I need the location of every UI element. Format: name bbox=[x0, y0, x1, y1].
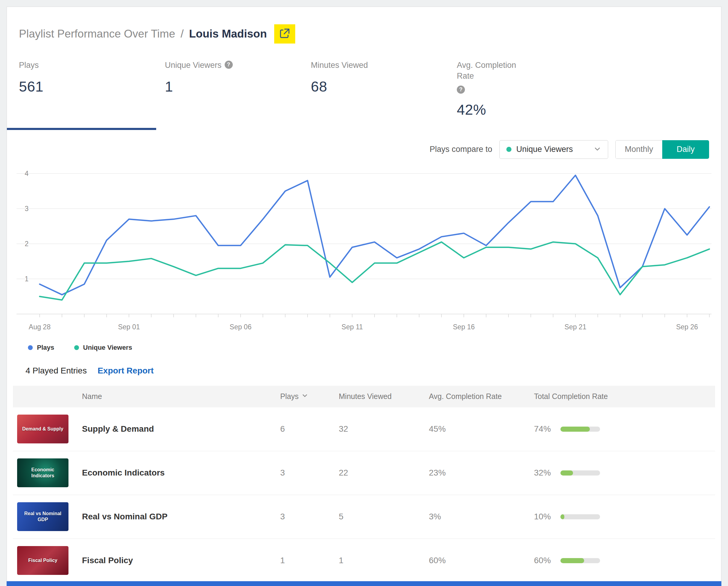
entry-minutes: 32 bbox=[339, 424, 429, 434]
entry-plays: 3 bbox=[280, 468, 339, 478]
svg-text:Sep 21: Sep 21 bbox=[565, 323, 587, 331]
entry-total-completion: 32% bbox=[534, 468, 551, 478]
table-row[interactable]: Demand & Supply Supply & Demand 6 32 45%… bbox=[13, 407, 715, 451]
tab-plays[interactable]: Plays 561 bbox=[19, 60, 165, 118]
metric-label: Unique Viewers bbox=[165, 60, 222, 71]
metric-tabs: Plays 561 Unique Viewers ? 1 Minutes Vie… bbox=[7, 60, 721, 130]
breadcrumb-separator: / bbox=[181, 28, 183, 40]
entry-total-completion: 74% bbox=[534, 424, 551, 434]
chevron-down-icon bbox=[594, 145, 601, 154]
completion-progress-fill bbox=[561, 427, 590, 432]
table-header-row: Name Plays Minutes Viewed Avg. Completio… bbox=[13, 386, 715, 407]
completion-progress-bar bbox=[561, 558, 600, 563]
metric-label: Avg. Completion Rate bbox=[457, 60, 535, 82]
page-header: Playlist Performance Over Time / Louis M… bbox=[7, 7, 721, 44]
help-icon[interactable]: ? bbox=[225, 61, 233, 69]
compare-metric-select[interactable]: Unique Viewers bbox=[499, 140, 608, 159]
entry-avg-completion: 45% bbox=[429, 424, 534, 434]
entry-name[interactable]: Fiscal Policy bbox=[73, 556, 280, 565]
entry-total-completion: 60% bbox=[534, 556, 551, 565]
svg-text:Sep 26: Sep 26 bbox=[676, 323, 698, 331]
table-row[interactable]: Real vs Nominal GDP Real vs Nominal GDP … bbox=[13, 495, 715, 539]
sort-desc-icon bbox=[302, 392, 308, 401]
compare-to-label: Plays compare to bbox=[430, 145, 492, 154]
legend-item-unique-viewers: Unique Viewers bbox=[74, 344, 132, 351]
active-tab-indicator bbox=[7, 128, 156, 130]
completion-progress-fill bbox=[561, 514, 564, 520]
chart-controls: Plays compare to Unique Viewers Monthly … bbox=[7, 140, 721, 159]
chart-legend: Plays Unique Viewers bbox=[7, 344, 721, 351]
table-row[interactable]: Fiscal Policy Fiscal Policy 1 1 60% 60% bbox=[13, 539, 715, 583]
legend-item-plays: Plays bbox=[28, 344, 54, 351]
column-header-total-completion[interactable]: Total Completion Rate bbox=[534, 392, 715, 401]
completion-progress-fill bbox=[561, 558, 584, 563]
column-header-minutes-viewed[interactable]: Minutes Viewed bbox=[339, 392, 429, 401]
metric-value-plays: 561 bbox=[19, 78, 165, 95]
entry-thumbnail: Demand & Supply bbox=[17, 415, 69, 444]
daily-toggle-button[interactable]: Daily bbox=[662, 140, 709, 159]
entries-header: 4 Played Entries Export Report bbox=[7, 366, 721, 376]
metric-value-avg-completion: 42% bbox=[457, 102, 603, 118]
svg-text:Sep 11: Sep 11 bbox=[341, 323, 363, 331]
svg-text:Sep 06: Sep 06 bbox=[230, 323, 252, 331]
legend-dot bbox=[28, 345, 33, 350]
metric-label: Minutes Viewed bbox=[311, 60, 368, 71]
svg-text:2: 2 bbox=[25, 240, 28, 248]
entry-avg-completion: 23% bbox=[429, 468, 534, 478]
entry-name[interactable]: Economic Indicators bbox=[73, 468, 280, 478]
legend-label: Unique Viewers bbox=[83, 344, 132, 351]
completion-progress-bar bbox=[561, 514, 600, 520]
entry-plays: 6 bbox=[280, 424, 339, 434]
entry-total-completion: 10% bbox=[534, 512, 551, 522]
tab-minutes-viewed[interactable]: Minutes Viewed 68 bbox=[311, 60, 457, 118]
svg-text:Sep 01: Sep 01 bbox=[118, 323, 140, 331]
external-link-icon bbox=[279, 27, 291, 41]
entries-table: Name Plays Minutes Viewed Avg. Completio… bbox=[7, 386, 721, 583]
played-entries-count: 4 Played Entries bbox=[26, 366, 87, 376]
chart-area: 1234Aug 28Sep 01Sep 06Sep 11Sep 16Sep 21… bbox=[7, 162, 721, 343]
column-header-name[interactable]: Name bbox=[73, 392, 280, 401]
legend-label: Plays bbox=[37, 344, 54, 351]
entry-avg-completion: 60% bbox=[429, 556, 534, 565]
completion-progress-fill bbox=[561, 471, 573, 476]
entry-thumbnail: Economic Indicators bbox=[17, 458, 69, 487]
completion-progress-bar bbox=[561, 471, 600, 476]
entry-thumbnail: Fiscal Policy bbox=[17, 546, 69, 575]
entry-name[interactable]: Real vs Nominal GDP bbox=[73, 512, 280, 522]
svg-text:1: 1 bbox=[25, 275, 28, 283]
svg-text:Aug 28: Aug 28 bbox=[29, 323, 51, 331]
open-entry-button[interactable] bbox=[274, 24, 295, 44]
analytics-card: Playlist Performance Over Time / Louis M… bbox=[7, 7, 721, 586]
page-title: Louis Madison bbox=[189, 28, 267, 40]
help-icon[interactable]: ? bbox=[457, 85, 465, 94]
metric-color-dot bbox=[506, 147, 512, 152]
entry-avg-completion: 3% bbox=[429, 512, 534, 522]
column-header-avg-completion[interactable]: Avg. Completion Rate bbox=[429, 392, 534, 401]
tab-unique-viewers[interactable]: Unique Viewers ? 1 bbox=[165, 60, 311, 118]
svg-text:4: 4 bbox=[25, 169, 28, 178]
monthly-toggle-button[interactable]: Monthly bbox=[615, 140, 662, 159]
column-header-plays[interactable]: Plays bbox=[280, 392, 339, 401]
table-row[interactable]: Economic Indicators Economic Indicators … bbox=[13, 451, 715, 495]
compare-selected-value: Unique Viewers bbox=[516, 145, 589, 154]
metric-label: Plays bbox=[19, 60, 39, 71]
completion-progress-bar bbox=[561, 427, 600, 432]
svg-text:3: 3 bbox=[25, 205, 28, 213]
performance-chart: 1234Aug 28Sep 01Sep 06Sep 11Sep 16Sep 21… bbox=[14, 162, 714, 343]
entry-minutes: 22 bbox=[339, 468, 429, 478]
export-report-link[interactable]: Export Report bbox=[98, 366, 154, 376]
entry-minutes: 1 bbox=[339, 556, 429, 565]
legend-dot bbox=[74, 345, 79, 350]
interval-toggle: Monthly Daily bbox=[615, 140, 709, 159]
bottom-accent-bar bbox=[7, 581, 721, 586]
entry-minutes: 5 bbox=[339, 512, 429, 522]
breadcrumb-section: Playlist Performance Over Time bbox=[19, 28, 175, 40]
metric-value-unique-viewers: 1 bbox=[165, 78, 311, 95]
entry-plays: 3 bbox=[280, 512, 339, 522]
entry-name[interactable]: Supply & Demand bbox=[73, 424, 280, 434]
entry-thumbnail: Real vs Nominal GDP bbox=[17, 502, 69, 531]
svg-text:Sep 16: Sep 16 bbox=[453, 323, 475, 331]
metric-value-minutes-viewed: 68 bbox=[311, 78, 457, 95]
tab-avg-completion-rate[interactable]: Avg. Completion Rate ? 42% bbox=[457, 60, 603, 118]
entry-plays: 1 bbox=[280, 556, 339, 565]
